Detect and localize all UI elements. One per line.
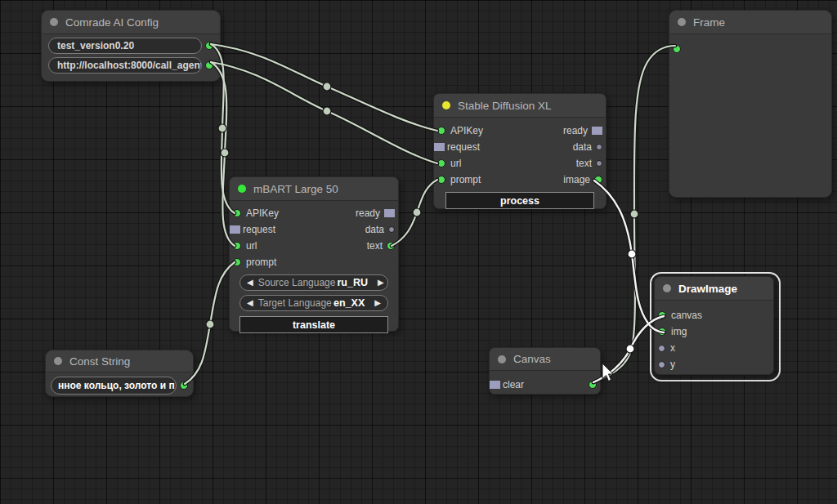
input-label: APIKey (450, 125, 483, 136)
node-mbart-large-50[interactable]: mBART Large 50 APIKey ready request data… (229, 176, 399, 332)
node-title: Canvas (513, 353, 551, 365)
node-sdxl-titlebar[interactable]: Stable Diffusion XL (434, 94, 606, 118)
input-slot[interactable] (233, 258, 241, 266)
input-label: request (243, 224, 275, 235)
combo-label: Target Language (258, 297, 332, 309)
wire-reroute-dot[interactable] (218, 124, 226, 132)
node-comrade-titlebar[interactable]: Comrade AI Config (42, 11, 220, 34)
string-value-widget[interactable]: нное кольцо, золото и п (51, 377, 177, 395)
input-slot[interactable] (437, 159, 445, 167)
output-slot[interactable] (596, 144, 602, 150)
node-mbart-titlebar[interactable]: mBART Large 50 (230, 177, 398, 201)
output-slot[interactable] (589, 381, 597, 389)
node-drawimage[interactable]: DrawImage canvas img x y (654, 276, 774, 375)
output-slot[interactable] (205, 42, 213, 50)
output-label: data (573, 141, 592, 153)
wire-comrade-to-sdxl-url[interactable] (211, 62, 437, 163)
text-widget-url[interactable]: http://localhost:8000/call_agent_ (48, 57, 202, 74)
input-slot[interactable] (673, 45, 681, 53)
input-slot[interactable] (437, 176, 445, 184)
output-slot[interactable] (387, 242, 395, 250)
node-frame[interactable]: Frame (669, 10, 832, 198)
node-title: Frame (693, 16, 725, 29)
input-slot[interactable] (437, 127, 445, 135)
output-label: text (576, 158, 592, 169)
node-comrade-ai-config[interactable]: Comrade AI Config test_version0.20 http:… (41, 10, 221, 82)
combo-value: ru_RU (337, 277, 368, 288)
input-slot[interactable] (658, 328, 666, 336)
source-language-combo[interactable]: ◀ Source Language ru_RU ▶ (239, 274, 388, 291)
combo-prev-icon[interactable]: ◀ (247, 279, 253, 287)
node-title: Const String (69, 355, 130, 368)
input-slot[interactable] (658, 345, 665, 352)
input-label: x (670, 342, 675, 354)
output-slot[interactable] (388, 226, 395, 233)
combo-prev-icon[interactable]: ◀ (247, 299, 253, 307)
node-status-icon (498, 355, 506, 364)
input-label: img (671, 326, 687, 337)
node-status-icon (442, 101, 450, 109)
input-slot[interactable] (658, 361, 665, 368)
target-language-combo[interactable]: ◀ Target Language en_XX ▶ (239, 295, 388, 311)
node-editor-canvas[interactable]: Comrade AI Config test_version0.20 http:… (0, 0, 837, 504)
wire-reroute-dot[interactable] (630, 210, 638, 218)
wire-reroute-dot[interactable] (221, 149, 229, 157)
mouse-cursor (602, 364, 613, 381)
wire-reroute-dot[interactable] (323, 107, 331, 115)
node-title: Comrade AI Config (65, 16, 159, 29)
text-widget-value: http://localhost:8000/call_agent_ (57, 60, 202, 71)
output-slot[interactable] (205, 61, 213, 69)
node-canvas-titlebar[interactable]: Canvas (490, 348, 600, 371)
output-label: ready (563, 125, 588, 136)
input-slot[interactable] (233, 209, 241, 217)
wire-reroute-dot[interactable] (628, 250, 636, 258)
input-label: prompt (246, 256, 276, 268)
input-slot[interactable] (658, 311, 666, 319)
output-slot[interactable] (592, 127, 602, 135)
node-canvas[interactable]: Canvas clear (489, 347, 601, 395)
node-const-string-titlebar[interactable]: Const String (46, 350, 193, 372)
node-status-icon (50, 18, 58, 26)
wire-reroute-dot[interactable] (323, 83, 331, 91)
output-slot[interactable] (180, 381, 188, 390)
node-status-icon (238, 185, 246, 193)
node-stable-diffusion-xl[interactable]: Stable Diffusion XL APIKey ready request… (433, 93, 606, 209)
node-status-icon (678, 18, 686, 26)
node-title: Stable Diffusion XL (458, 100, 552, 112)
wire-reroute-dot[interactable] (413, 208, 421, 216)
node-frame-titlebar[interactable]: Frame (669, 11, 831, 34)
text-widget-version[interactable]: test_version0.20 (48, 38, 202, 54)
input-slot[interactable] (233, 242, 241, 250)
combo-next-icon[interactable]: ▶ (374, 299, 381, 307)
node-drawimage-titlebar[interactable]: DrawImage (655, 277, 773, 301)
wire-reroute-dot[interactable] (206, 320, 214, 328)
node-const-string[interactable]: Const String нное кольцо, золото и п (45, 350, 194, 397)
output-slot[interactable] (596, 160, 602, 167)
node-title: mBART Large 50 (253, 183, 338, 195)
translate-button[interactable]: translate (239, 316, 388, 333)
node-status-icon (54, 357, 62, 365)
widget-row: http://localhost:8000/call_agent_ (42, 57, 220, 74)
output-slot[interactable] (594, 176, 602, 184)
combo-label: Source Language (258, 277, 336, 288)
string-value: нное кольцо, золото и п (58, 380, 175, 391)
output-label: ready (356, 207, 380, 219)
combo-next-icon[interactable]: ▶ (378, 279, 384, 287)
output-label: text (367, 240, 383, 252)
input-label: APIKey (246, 207, 279, 219)
input-slot[interactable] (230, 225, 240, 234)
output-label: data (365, 224, 384, 235)
widget-row: test_version0.20 (42, 38, 220, 54)
wire-reroute-dot[interactable] (626, 345, 634, 353)
input-slot[interactable] (434, 143, 445, 151)
input-label: canvas (671, 310, 702, 321)
input-slot[interactable] (490, 381, 500, 389)
input-label: y (670, 359, 675, 370)
input-label: url (246, 240, 257, 252)
node-title: DrawImage (678, 283, 737, 295)
output-slot[interactable] (384, 209, 395, 217)
text-widget-value: test_version0.20 (57, 40, 134, 51)
wire-comrade-to-sdxl-apikey[interactable] (211, 44, 437, 131)
input-label: request (447, 141, 480, 153)
process-button[interactable]: process (445, 192, 594, 209)
